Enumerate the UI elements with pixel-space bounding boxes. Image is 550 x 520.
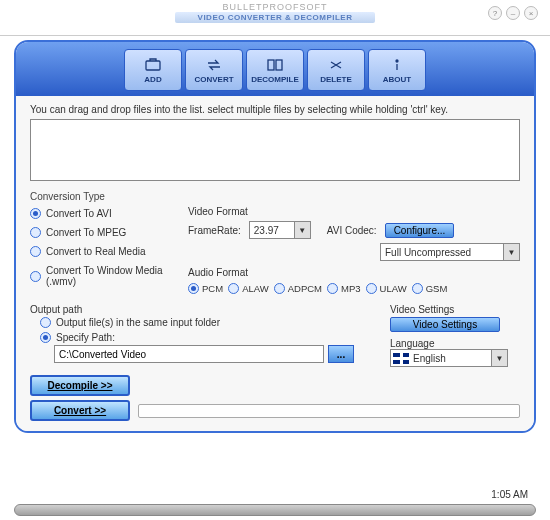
- radio-convert-wmv[interactable]: [30, 271, 41, 282]
- delete-button[interactable]: DELETE: [307, 49, 365, 91]
- minimize-button[interactable]: –: [506, 6, 520, 20]
- output-same-label: Output file(s) in the same input folder: [56, 317, 220, 328]
- delete-label: DELETE: [320, 75, 352, 84]
- output-path-label: Output path: [30, 304, 380, 315]
- radio-output-same-folder[interactable]: [40, 317, 51, 328]
- radio-audio-adpcm[interactable]: [274, 283, 285, 294]
- audio-ulaw-label: ULAW: [380, 283, 407, 294]
- about-icon: [387, 57, 407, 73]
- add-icon: [143, 57, 163, 73]
- add-label: ADD: [144, 75, 161, 84]
- brand-label: BULLETPROOFSOFT: [0, 0, 550, 12]
- framerate-select[interactable]: 23.97▼: [249, 221, 311, 239]
- video-format-label: Video Format: [188, 206, 520, 217]
- configure-button[interactable]: Configure...: [385, 223, 455, 238]
- audio-adpcm-label: ADPCM: [288, 283, 322, 294]
- avi-codec-select[interactable]: Full Uncompressed▼: [380, 243, 520, 261]
- app-window: BULLETPROOFSOFT VIDEO CONVERTER & DECOMP…: [0, 0, 550, 520]
- convert-avi-label: Convert To AVI: [46, 208, 112, 219]
- chevron-down-icon: ▼: [294, 222, 310, 238]
- svg-rect-0: [146, 61, 160, 70]
- app-title: VIDEO CONVERTER & DECOMPILER: [175, 12, 375, 23]
- audio-gsm-label: GSM: [426, 283, 448, 294]
- content-area: You can drag and drop files into the lis…: [16, 96, 534, 431]
- avi-codec-label: AVI Codec:: [327, 225, 377, 236]
- language-value: English: [413, 353, 446, 364]
- add-button[interactable]: ADD: [124, 49, 182, 91]
- audio-pcm-label: PCM: [202, 283, 223, 294]
- decompile-button[interactable]: DECOMPILE: [246, 49, 304, 91]
- language-select[interactable]: English ▼: [390, 349, 508, 367]
- avi-codec-value: Full Uncompressed: [385, 247, 471, 258]
- audio-alaw-label: ALAW: [242, 283, 269, 294]
- radio-convert-real[interactable]: [30, 246, 41, 257]
- video-settings-label: Video Settings: [390, 304, 520, 315]
- audio-format-label: Audio Format: [188, 267, 520, 278]
- svg-rect-1: [268, 60, 274, 70]
- chevron-down-icon: ▼: [491, 350, 507, 366]
- output-specify-label: Specify Path:: [56, 332, 115, 343]
- convert-label: CONVERT: [194, 75, 233, 84]
- audio-mp3-label: MP3: [341, 283, 361, 294]
- convert-action-button[interactable]: Convert >>: [30, 400, 130, 421]
- convert-button[interactable]: CONVERT: [185, 49, 243, 91]
- browse-button[interactable]: ...: [328, 345, 354, 363]
- about-label: ABOUT: [383, 75, 411, 84]
- file-list[interactable]: [30, 119, 520, 181]
- footer-bar: [14, 504, 536, 516]
- language-label: Language: [390, 338, 520, 349]
- convert-mpeg-label: Convert To MPEG: [46, 227, 126, 238]
- framerate-label: FrameRate:: [188, 225, 241, 236]
- convert-real-label: Convert to Real Media: [46, 246, 146, 257]
- convert-icon: [204, 57, 224, 73]
- convert-wmv-label: Convert To Window Media (.wmv): [46, 265, 188, 287]
- about-button[interactable]: ABOUT: [368, 49, 426, 91]
- chevron-down-icon: ▼: [503, 244, 519, 260]
- toolbar: ADD CONVERT DECOMPILE DELETE ABOUT: [16, 42, 534, 96]
- help-button[interactable]: ?: [488, 6, 502, 20]
- titlebar: BULLETPROOFSOFT VIDEO CONVERTER & DECOMP…: [0, 0, 550, 36]
- framerate-value: 23.97: [254, 225, 279, 236]
- radio-output-specify[interactable]: [40, 332, 51, 343]
- radio-audio-pcm[interactable]: [188, 283, 199, 294]
- hint-text: You can drag and drop files into the lis…: [30, 104, 520, 115]
- svg-rect-2: [276, 60, 282, 70]
- svg-point-3: [396, 60, 398, 62]
- video-settings-button[interactable]: Video Settings: [390, 317, 500, 332]
- main-panel: ADD CONVERT DECOMPILE DELETE ABOUT You c…: [14, 40, 536, 433]
- radio-audio-mp3[interactable]: [327, 283, 338, 294]
- decompile-icon: [265, 57, 285, 73]
- output-path-input[interactable]: [54, 345, 324, 363]
- close-button[interactable]: ×: [524, 6, 538, 20]
- radio-audio-alaw[interactable]: [228, 283, 239, 294]
- delete-icon: [326, 57, 346, 73]
- radio-audio-gsm[interactable]: [412, 283, 423, 294]
- radio-convert-mpeg[interactable]: [30, 227, 41, 238]
- status-time: 1:05 AM: [491, 489, 528, 500]
- conversion-type-label: Conversion Type: [30, 191, 520, 202]
- decompile-label: DECOMPILE: [251, 75, 299, 84]
- progress-bar: [138, 404, 520, 418]
- radio-convert-avi[interactable]: [30, 208, 41, 219]
- decompile-action-button[interactable]: Decompile >>: [30, 375, 130, 396]
- flag-uk-icon: [393, 353, 409, 364]
- radio-audio-ulaw[interactable]: [366, 283, 377, 294]
